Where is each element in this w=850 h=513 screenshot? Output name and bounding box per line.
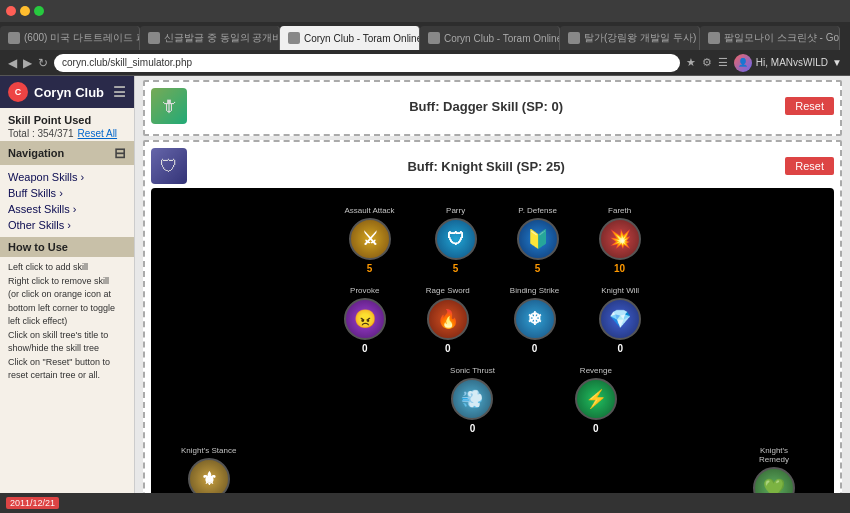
skill-point-section: Skill Point Used Total : 354/371 Reset A… [0,108,134,141]
toolbar-icons: ★ ⚙ ☰ [686,56,728,69]
back-btn[interactable]: ◀ [8,56,17,70]
rage-sword-value: 0 [445,343,451,354]
tab-favicon-1 [148,32,160,44]
knight-panel: 🛡 Buff: Knight Skill (SP: 25) Reset Assa… [143,140,842,493]
skill-row-4: Knight's Stance ⚜ 0 Knight's Remedy 💚 0 [161,446,824,493]
knight-will-value: 0 [617,343,623,354]
parry-node[interactable]: Parry 🛡 5 [435,206,477,274]
total-value: Total : 354/371 [8,128,74,139]
tab-4[interactable]: 탈가(강림왕 개발일 두사) - 나이...× [560,26,700,50]
hamburger-icon[interactable]: ☰ [113,84,126,100]
revenge-circle[interactable]: ⚡ [575,378,617,420]
logo-letter: C [15,87,22,97]
provoke-node[interactable]: Provoke 😠 0 [344,286,386,354]
knight-will-circle[interactable]: 💎 [599,298,641,340]
minimize-btn[interactable] [20,6,30,16]
nav-title: Navigation [8,147,64,159]
knight-stance-node[interactable]: Knight's Stance ⚜ 0 [181,446,236,493]
provoke-circle[interactable]: 😠 [344,298,386,340]
tab-3[interactable]: Coryn Club - Toram Online O...× [420,26,560,50]
user-dropdown-icon[interactable]: ▼ [832,57,842,68]
tab-label-1: 신글발글 중 동일의 공개비밀 - 나... [164,31,280,45]
tab-0[interactable]: (600) 미국 다트트레이드 피어 티...× [0,26,140,50]
knight-remedy-node[interactable]: Knight's Remedy 💚 0 [744,446,804,493]
rage-sword-node[interactable]: Rage Sword 🔥 0 [426,286,470,354]
tab-2[interactable]: Coryn Club - Toram Online (S...× [280,26,420,50]
knight-stance-circle[interactable]: ⚜ [188,458,230,493]
knight-skill-tree: Assault Attack ⚔ 5 Parry 🛡 5 [151,188,834,493]
knight-will-label: Knight Will [601,286,639,295]
menu-icon[interactable]: ☰ [718,56,728,69]
assault-attack-value: 5 [367,263,373,274]
maximize-btn[interactable] [34,6,44,16]
dagger-panel: 🗡 Buff: Dagger Skill (SP: 0) Reset [143,80,842,136]
bottom-bar: 2011/12/21 [0,493,850,513]
tab-5[interactable]: 팔일모나이 스크린샷 - Googl...× [700,26,840,50]
tab-1[interactable]: 신글발글 중 동일의 공개비밀 - 나...× [140,26,280,50]
nav-link-3[interactable]: Other Skills › [8,217,126,233]
sonic-thrust-node[interactable]: Sonic Thrust 💨 0 [450,366,495,434]
skill-row-1: Assault Attack ⚔ 5 Parry 🛡 5 [161,206,824,274]
knight-title: Buff: Knight Skill (SP: 25) [195,159,777,174]
p-defense-node[interactable]: P. Defense 🔰 5 [517,206,559,274]
fareth-circle[interactable]: 💥 [599,218,641,260]
knight-reset-button[interactable]: Reset [785,157,834,175]
brand-name: Coryn Club [34,85,104,100]
tab-label-0: (600) 미국 다트트레이드 피어 티... [24,31,140,45]
revenge-node[interactable]: Revenge ⚡ 0 [575,366,617,434]
p-defense-circle[interactable]: 🔰 [517,218,559,260]
p-defense-value: 5 [535,263,541,274]
skill-row-2: Provoke 😠 0 Rage Sword 🔥 0 [161,286,824,354]
binding-strike-circle[interactable]: ❄ [514,298,556,340]
tab-bar: (600) 미국 다트트레이드 피어 티...×신글발글 중 동일의 공개비밀 … [0,22,850,50]
knight-will-node[interactable]: Knight Will 💎 0 [599,286,641,354]
sonic-thrust-circle[interactable]: 💨 [451,378,493,420]
skill-total: Total : 354/371 Reset All [8,128,126,139]
skill-point-title: Skill Point Used [8,114,126,126]
tab-label-3: Coryn Club - Toram Online O... [444,33,560,44]
tab-favicon-0 [8,32,20,44]
assault-attack-node[interactable]: Assault Attack ⚔ 5 [344,206,394,274]
dagger-reset-button[interactable]: Reset [785,97,834,115]
fareth-node[interactable]: Fareth 💥 10 [599,206,641,274]
sidebar-header: C Coryn Club ☰ [0,76,134,108]
address-bar: ◀ ▶ ↻ coryn.club/skill_simulator.php ★ ⚙… [0,50,850,76]
knight-header: 🛡 Buff: Knight Skill (SP: 25) Reset [151,148,834,184]
assault-attack-circle[interactable]: ⚔ [349,218,391,260]
user-label: Hi, MANvsWILD [756,57,828,68]
knight-icon: 🛡 [151,148,187,184]
user-info: 👤 Hi, MANvsWILD ▼ [734,54,842,72]
p-defense-label: P. Defense [518,206,557,215]
sonic-thrust-value: 0 [470,423,476,434]
assault-attack-label: Assault Attack [344,206,394,215]
address-input[interactable]: coryn.club/skill_simulator.php [54,54,680,72]
date-tag: 2011/12/21 [6,497,59,509]
tab-label-2: Coryn Club - Toram Online (S... [304,33,420,44]
binding-strike-label: Binding Strike [510,286,559,295]
parry-circle[interactable]: 🛡 [435,218,477,260]
dagger-icon: 🗡 [151,88,187,124]
reset-all-button[interactable]: Reset All [78,128,117,139]
knight-remedy-circle[interactable]: 💚 [753,467,795,493]
tab-favicon-5 [708,32,720,44]
sonic-thrust-label: Sonic Thrust [450,366,495,375]
gear-icon[interactable]: ⚙ [702,56,712,69]
rage-sword-circle[interactable]: 🔥 [427,298,469,340]
star-icon[interactable]: ★ [686,56,696,69]
binding-strike-node[interactable]: Binding Strike ❄ 0 [510,286,559,354]
nav-link-1[interactable]: Buff Skills › [8,185,126,201]
provoke-value: 0 [362,343,368,354]
dagger-title: Buff: Dagger Skill (SP: 0) [195,99,777,114]
reload-btn[interactable]: ↻ [38,56,48,70]
main-layout: C Coryn Club ☰ Skill Point Used Total : … [0,76,850,493]
nav-link-2[interactable]: Assest Skills › [8,201,126,217]
forward-btn[interactable]: ▶ [23,56,32,70]
revenge-label: Revenge [580,366,612,375]
knight-remedy-label: Knight's Remedy [744,446,804,464]
nav-header: Navigation ⊟ [0,141,134,165]
tab-label-4: 탈가(강림왕 개발일 두사) - 나이... [584,31,700,45]
nav-toggle-icon[interactable]: ⊟ [114,145,126,161]
close-btn[interactable] [6,6,16,16]
nav-link-0[interactable]: Weapon Skills › [8,169,126,185]
browser-chrome [0,0,850,22]
